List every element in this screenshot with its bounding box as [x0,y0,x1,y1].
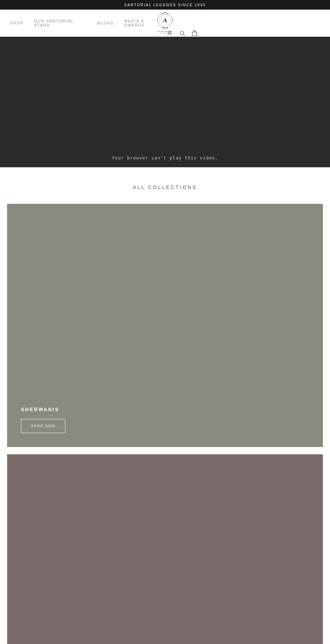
hero-video-area: Your browser can't play this video. [0,37,330,167]
video-fallback-message: Your browser can't play this video. [112,155,218,160]
logo-center[interactable]: A AJJAY MEHRA COUTURE [153,6,177,40]
main-nav: SHOP OUR SARTORIAL STARS BLOGS MEDIA & A… [0,10,330,37]
collection-card-suits: SUITS & BLAZERS SHOP NOW [7,454,323,644]
collections-title: ALL COLLECTIONS [7,184,323,190]
nav-links-left: SHOP OUR SARTORIAL STARS BLOGS MEDIA & A… [10,19,163,27]
svg-text:A: A [163,17,167,24]
nav-icons-right [163,10,320,36]
collections-section: ALL COLLECTIONS SHERWANIS SHOP NOW SUITS… [0,167,330,644]
nav-link-blogs[interactable]: BLOGS [97,21,114,25]
sherwanis-content: SHERWANIS SHOP NOW [7,396,323,447]
svg-line-7 [183,34,185,36]
sherwanis-image [7,204,323,396]
sherwanis-title: SHERWANIS [21,407,309,412]
svg-rect-8 [192,32,197,36]
search-icon[interactable] [179,30,185,36]
sherwanis-shop-now-button[interactable]: SHOP NOW [21,419,65,433]
cart-icon[interactable] [191,30,198,36]
nav-link-shop[interactable]: SHOP [10,21,24,25]
logo-emblem: A AJJAY MEHRA COUTURE [153,9,177,37]
collection-card-sherwanis: SHERWANIS SHOP NOW [7,204,323,447]
nav-link-sartorial-stars[interactable]: OUR SARTORIAL STARS [34,19,87,27]
svg-text:COUTURE: COUTURE [160,33,170,34]
svg-point-6 [180,31,184,35]
svg-text:AJJAY MEHRA: AJJAY MEHRA [158,31,172,32]
suits-image [7,454,323,644]
